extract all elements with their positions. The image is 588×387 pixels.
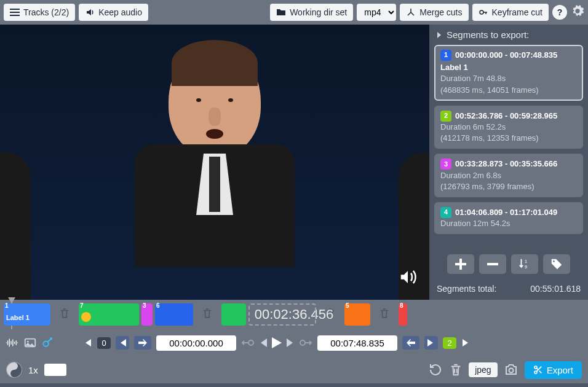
delete-source-button[interactable] [449, 363, 463, 377]
settings-button[interactable] [571, 4, 584, 20]
gear-icon [571, 4, 584, 18]
jump-start-button[interactable] [82, 338, 92, 348]
timeline-seg-num: 1 [5, 302, 9, 309]
segment-item[interactable]: 401:04:06.809 - 01:17:01.049Duration 12m… [434, 202, 583, 234]
timeline-segment[interactable]: 8 [399, 303, 407, 326]
keep-audio-label: Keep audio [98, 7, 142, 17]
seek-forward-key-button[interactable] [299, 338, 312, 348]
segment-range: 00:00:00.000 - 00:07:48.835 [455, 50, 557, 61]
timeline-segment[interactable]: 6 [155, 303, 193, 326]
tracks-label: Tracks (2/2) [23, 7, 69, 17]
playback-speed-slider[interactable] [44, 364, 66, 376]
tag-segments-button[interactable] [543, 254, 570, 274]
svg-point-13 [248, 340, 253, 345]
hand-right-icon [137, 338, 148, 348]
timeline-seg-num: 5 [346, 302, 349, 309]
segment-duration: Duration 6m 52.2s [440, 122, 577, 133]
waveform-toggle[interactable] [5, 336, 18, 350]
segment-label: Label 1 [440, 62, 577, 73]
timeline-segment[interactable]: 1Label 1 [4, 303, 50, 326]
keyframe-cut-button[interactable]: Keyframe cut [472, 4, 549, 21]
tracks-button[interactable]: Tracks (2/2) [4, 4, 75, 21]
toggle-mode-button[interactable] [6, 362, 22, 378]
merge-cuts-label: Merge cuts [419, 7, 462, 17]
timeline-seg-label: Label 1 [6, 314, 30, 321]
timeline-segment[interactable]: 5 [344, 303, 370, 326]
timeline-segment[interactable] [221, 303, 246, 326]
rotate-icon [428, 362, 443, 377]
segment-duration: Duration 12m 54.2s [440, 218, 577, 229]
timeline-gap-delete[interactable] [59, 308, 70, 321]
cut-start-time[interactable]: 00:00:00.000 [156, 335, 236, 351]
key-icon [42, 337, 54, 349]
timeline-segment[interactable]: 7 [79, 303, 139, 326]
keyframe-cut-label: Keyframe cut [492, 7, 542, 17]
svg-text:9: 9 [525, 264, 527, 270]
trash-icon [379, 308, 390, 319]
merge-cuts-button[interactable]: Merge cuts [400, 4, 468, 21]
prev-segment-num[interactable]: 0 [97, 337, 111, 349]
skip-forward-icon [426, 338, 436, 348]
svg-point-17 [534, 366, 537, 369]
timeline-gap-delete[interactable] [379, 308, 390, 321]
seek-back-key-button[interactable] [241, 338, 255, 348]
capture-format-button[interactable]: jpeg [469, 362, 497, 377]
playback-speed-label: 1x [28, 365, 38, 375]
rotate-button[interactable] [428, 362, 443, 377]
skip-end-icon [461, 338, 471, 348]
timeline-gap-delete[interactable] [202, 308, 213, 321]
segments-header[interactable]: Segments to export: [429, 25, 588, 45]
thumbnails-toggle[interactable] [23, 336, 37, 350]
output-format-select[interactable]: mp4 [357, 4, 396, 21]
step-back-icon [260, 338, 267, 347]
tag-icon [550, 257, 563, 271]
timeline[interactable]: 00:02:36.456 1Label 173658 [0, 300, 588, 329]
image-icon [23, 336, 37, 350]
next-keyframe-button[interactable] [424, 336, 438, 350]
export-button[interactable]: Export [525, 361, 582, 379]
segment-duration: Duration 2m 6.8s [440, 170, 577, 181]
step-back-button[interactable] [260, 338, 267, 347]
play-button[interactable] [272, 337, 282, 348]
set-cut-start-button[interactable] [134, 336, 151, 350]
add-segment-button[interactable] [447, 254, 474, 274]
video-preview[interactable] [0, 25, 429, 300]
timeline-segment[interactable]: 3 [141, 303, 153, 326]
skip-start-icon [82, 338, 92, 348]
keyframes-toggle[interactable] [42, 337, 54, 349]
cut-end-time[interactable]: 00:07:48.835 [317, 335, 397, 351]
segment-item[interactable]: 300:33:28.873 - 00:35:35.666Duration 2m … [434, 154, 583, 197]
segment-item[interactable]: 200:52:36.786 - 00:59:28.965Duration 6m … [434, 106, 583, 149]
capture-frame-button[interactable] [504, 362, 518, 377]
prev-keyframe-button[interactable] [116, 336, 129, 350]
trash-icon [202, 308, 213, 319]
jump-end-button[interactable] [461, 338, 471, 348]
svg-point-16 [509, 369, 513, 373]
svg-rect-2 [10, 15, 20, 16]
timeline-seg-num: 7 [80, 302, 84, 309]
step-forward-button[interactable] [287, 338, 294, 347]
sort-segments-button[interactable]: 19 [511, 254, 538, 274]
segments-total-value: 00:55:01.618 [530, 284, 581, 294]
timeline-segment[interactable] [248, 303, 316, 326]
keep-audio-button[interactable]: Keep audio [79, 4, 148, 21]
segments-list: 100:00:00.000 - 00:07:48.835Label 1Durat… [429, 45, 588, 251]
set-cut-end-button[interactable] [402, 336, 419, 350]
segment-actions: 19 [429, 251, 588, 278]
segment-range: 00:52:36.786 - 00:59:28.965 [455, 111, 557, 122]
volume-icon [85, 7, 95, 17]
current-segment-num[interactable]: 2 [443, 337, 456, 349]
bottom-bar: 1x jpeg Export [0, 356, 588, 383]
remove-segment-button[interactable] [479, 254, 506, 274]
merge-icon [406, 7, 416, 17]
working-dir-button[interactable]: Working dir set [270, 4, 353, 21]
timeline-seg-num: 8 [400, 302, 403, 309]
svg-point-3 [480, 10, 483, 14]
segment-item[interactable]: 100:00:00.000 - 00:07:48.835Label 1Durat… [434, 45, 583, 101]
segment-badge: 3 [440, 158, 451, 170]
timeline-gap-delete[interactable] [325, 308, 336, 321]
help-button[interactable]: ? [552, 5, 567, 20]
mute-toggle[interactable] [399, 268, 417, 289]
segment-range: 00:33:28.873 - 00:35:35.666 [455, 158, 557, 170]
svg-point-18 [534, 371, 537, 373]
